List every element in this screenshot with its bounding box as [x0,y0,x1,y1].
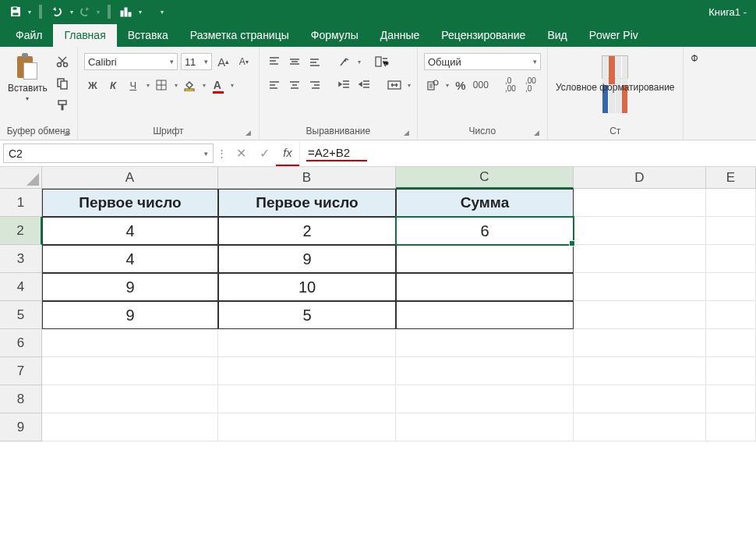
cell[interactable] [396,357,574,385]
cell[interactable] [42,413,218,441]
launcher-icon[interactable]: ◢ [534,129,539,136]
conditional-formatting-button[interactable]: Условное форматирование [554,50,677,93]
align-middle-icon[interactable] [286,53,303,70]
chart-dropdown-icon[interactable]: ▾ [139,9,142,16]
cell[interactable] [574,357,706,385]
cell[interactable] [574,329,706,357]
cell[interactable] [706,217,756,245]
cell[interactable] [396,413,574,441]
increase-decimal-icon[interactable]: ,0,00 [502,76,519,94]
format-painter-icon[interactable] [54,97,71,114]
cell[interactable] [706,273,756,301]
copy-icon[interactable] [54,75,71,92]
cell[interactable] [396,245,574,273]
align-center-icon[interactable] [286,76,303,94]
fx-icon[interactable]: fx [276,140,299,166]
col-header-d[interactable]: D [574,167,706,189]
cell[interactable]: Первое число [218,189,396,217]
tab-pagelayout[interactable]: Разметка страницы [179,24,300,47]
align-right-icon[interactable] [306,76,323,94]
tab-formulas[interactable]: Формулы [300,24,369,47]
cell[interactable] [218,357,396,385]
spreadsheet-grid[interactable]: A B C D E 1 Первое число Первое число Су… [0,167,756,441]
italic-button[interactable]: К [104,76,122,94]
comma-icon[interactable]: 000 [472,76,489,94]
cell[interactable]: Сумма [396,189,574,217]
font-name-combo[interactable]: Calibri▾ [84,53,178,70]
col-header-b[interactable]: B [218,167,396,189]
cell[interactable]: Первое число [42,189,218,217]
col-header-c[interactable]: C [396,167,574,189]
percent-icon[interactable]: % [452,76,469,94]
tab-review[interactable]: Рецензирование [430,24,536,47]
undo-icon[interactable] [50,4,65,20]
fill-color-icon[interactable] [181,76,198,94]
align-left-icon[interactable] [266,76,283,94]
cell[interactable] [574,413,706,441]
align-top-icon[interactable] [266,53,283,70]
name-box[interactable]: C2▾ [3,144,214,163]
row-header-5[interactable]: 5 [0,301,42,329]
cell[interactable] [706,301,756,329]
launcher-icon[interactable]: ◢ [404,129,409,136]
row-header-6[interactable]: 6 [0,329,42,357]
cell[interactable] [706,329,756,357]
cell[interactable]: 9 [42,301,218,329]
cell[interactable] [574,189,706,217]
font-color-icon[interactable]: A [209,76,226,94]
tab-data[interactable]: Данные [369,24,431,47]
chart-icon[interactable] [118,4,134,20]
save-icon[interactable] [8,4,23,20]
cell[interactable] [706,357,756,385]
undo-dropdown-icon[interactable]: ▾ [70,9,73,16]
merge-icon[interactable] [386,76,403,94]
row-header-1[interactable]: 1 [0,189,42,217]
wrap-text-icon[interactable] [373,53,390,70]
cell[interactable] [396,385,574,413]
decrease-decimal-icon[interactable]: ,00,0 [522,76,539,94]
tab-view[interactable]: Вид [536,24,578,47]
cell[interactable] [396,301,574,329]
paste-button[interactable]: Вставить ▾ [6,50,49,102]
cell[interactable] [42,329,218,357]
borders-icon[interactable] [153,76,170,94]
decrease-indent-icon[interactable] [336,76,353,94]
orientation-icon[interactable] [336,53,353,70]
col-header-e[interactable]: E [706,167,756,189]
cell[interactable] [218,329,396,357]
grow-font-icon[interactable]: A▴ [215,53,232,70]
cell[interactable] [218,413,396,441]
row-header-7[interactable]: 7 [0,357,42,385]
underline-button[interactable]: Ч [125,76,142,94]
cell[interactable] [706,413,756,441]
cell[interactable] [574,245,706,273]
cell[interactable]: 10 [218,273,396,301]
cell[interactable]: 9 [218,245,396,273]
accounting-icon[interactable] [424,76,441,94]
cell[interactable] [574,385,706,413]
tab-file[interactable]: Файл [5,24,53,47]
cell[interactable]: 4 [42,217,218,245]
enter-formula-icon[interactable]: ✓ [253,140,276,166]
font-size-combo[interactable]: 11▾ [181,53,212,70]
cell[interactable] [574,301,706,329]
format-button[interactable]: Ф [690,50,700,64]
tab-insert[interactable]: Вставка [117,24,179,47]
tab-powerpivot[interactable]: Power Piv [578,24,649,47]
row-header-9[interactable]: 9 [0,413,42,441]
cell[interactable] [706,245,756,273]
tab-home[interactable]: Главная [53,24,116,47]
select-all-corner[interactable] [0,167,42,189]
cancel-formula-icon[interactable]: ✕ [229,140,253,166]
cell[interactable]: 4 [42,245,218,273]
qat-dropdown-icon[interactable]: ▾ [28,9,31,16]
launcher-icon[interactable]: ◢ [64,129,69,136]
cell[interactable]: 5 [218,301,396,329]
row-header-3[interactable]: 3 [0,245,42,273]
cell[interactable] [574,273,706,301]
cell[interactable]: 2 [218,217,396,245]
cell[interactable] [396,273,574,301]
number-format-combo[interactable]: Общий▾ [424,53,541,70]
col-header-a[interactable]: A [42,167,218,189]
row-header-4[interactable]: 4 [0,273,42,301]
